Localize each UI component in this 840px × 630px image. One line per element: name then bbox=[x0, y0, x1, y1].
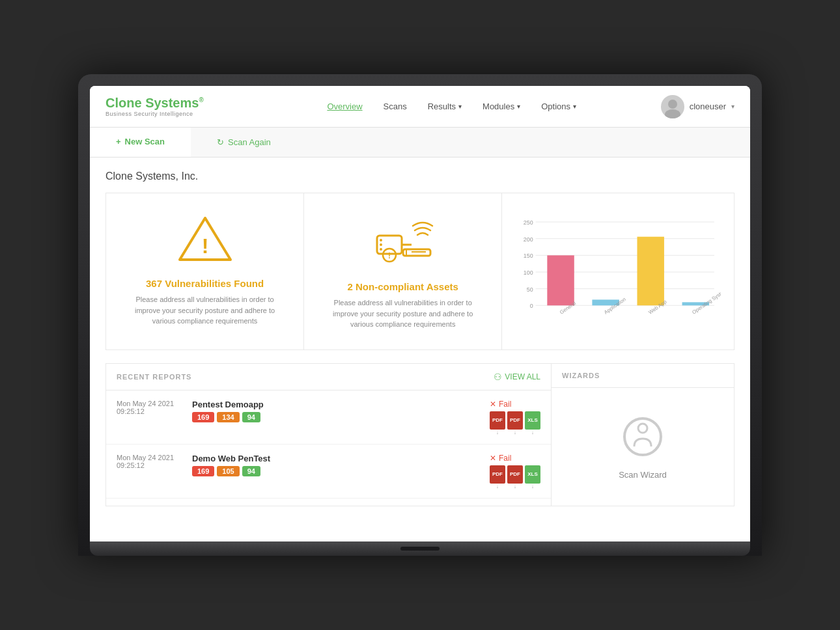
reports-title: RECENT REPORTS bbox=[117, 373, 191, 381]
wizard-icon bbox=[620, 414, 665, 462]
nav-modules[interactable]: Modules ▾ bbox=[483, 102, 520, 111]
badge-orange-2: 105 bbox=[217, 466, 239, 476]
warning-triangle-svg: ! bbox=[176, 213, 234, 265]
svg-text:250: 250 bbox=[524, 219, 533, 226]
badge-red-1: 169 bbox=[192, 412, 214, 422]
svg-point-0 bbox=[668, 100, 677, 109]
laptop-notch bbox=[400, 547, 440, 551]
laptop-base bbox=[90, 541, 750, 556]
svg-text:Operating Systems: Operating Systems bbox=[692, 286, 721, 316]
pdf-icon-1b[interactable]: PDF bbox=[507, 411, 523, 430]
report-badges-2: 169 105 94 bbox=[192, 466, 270, 476]
pdf-icon-1c[interactable]: XLS bbox=[525, 411, 540, 430]
pdf-label-2a: ↓ bbox=[496, 484, 499, 489]
assets-title: 2 Non-compliant Assets bbox=[348, 281, 458, 292]
fail-x-icon-2: ✕ bbox=[490, 454, 496, 463]
vuln-title: 367 Vulnerabilities Found bbox=[146, 278, 264, 289]
svg-point-5 bbox=[380, 239, 382, 241]
badge-red-2: 169 bbox=[192, 466, 214, 476]
wizard-content: Scan Wizard bbox=[552, 388, 734, 506]
pdf-icon-1a[interactable]: PDF bbox=[490, 411, 505, 430]
stats-row: ! 367 Vulnerabilities Found Please addre… bbox=[105, 193, 735, 350]
svg-point-6 bbox=[380, 243, 382, 246]
pdf-label-2c: ↓ bbox=[531, 484, 534, 489]
bar-chart-svg: 250 200 150 100 50 0 bbox=[515, 216, 721, 327]
tabs-bar: + New Scan ↻ Scan Again bbox=[90, 128, 750, 158]
pdf-label-1a: ↓ bbox=[496, 430, 499, 435]
svg-rect-28 bbox=[637, 236, 664, 305]
company-name: Clone Systems, Inc. bbox=[105, 171, 735, 182]
username-label: cloneuser bbox=[690, 102, 726, 111]
wizards-panel: WIZARDS Scan Wizard bbox=[552, 364, 734, 506]
wizards-header: WIZARDS bbox=[552, 364, 734, 388]
badge-green-1: 94 bbox=[242, 412, 260, 422]
svg-point-1 bbox=[665, 109, 680, 118]
report-item-2: Mon May 24 2021 09:25:12 Demo Web PenTes… bbox=[106, 445, 551, 499]
nav-links: Overview Scans Results ▾ Modules ▾ Optio… bbox=[243, 102, 661, 111]
options-chevron: ▾ bbox=[573, 103, 576, 110]
scan-again-tab[interactable]: ↻ Scan Again bbox=[191, 128, 297, 157]
pdf-icon-2b[interactable]: PDF bbox=[507, 465, 523, 484]
assets-panel: ! 2 Non-compliant Assets Please address … bbox=[304, 193, 502, 349]
report-details-1: Pentest Demoapp 169 134 94 bbox=[192, 400, 264, 422]
results-chevron: ▾ bbox=[458, 103, 462, 110]
nav-scans[interactable]: Scans bbox=[384, 102, 407, 111]
svg-text:0: 0 bbox=[530, 303, 533, 309]
pdf-label-1b: ↓ bbox=[514, 430, 516, 435]
svg-point-7 bbox=[380, 248, 382, 251]
svg-text:100: 100 bbox=[524, 269, 533, 276]
pdf-wrapper-2a: PDF ↓ bbox=[490, 465, 505, 489]
chart-panel: 250 200 150 100 50 0 bbox=[502, 193, 734, 349]
scan-wizard-svg bbox=[620, 414, 665, 459]
pdf-icon-2c[interactable]: XLS bbox=[525, 465, 540, 484]
user-menu[interactable]: cloneuser ▾ bbox=[661, 95, 735, 118]
view-all-link[interactable]: ⚇ VIEW ALL bbox=[494, 372, 540, 382]
scan-wizard-label[interactable]: Scan Wizard bbox=[619, 470, 667, 480]
fail-status-1: ✕ Fail bbox=[490, 400, 540, 409]
modules-chevron: ▾ bbox=[517, 103, 520, 110]
pdf-icon-2a[interactable]: PDF bbox=[490, 465, 505, 484]
user-chevron: ▾ bbox=[731, 103, 735, 110]
bottom-row: RECENT REPORTS ⚇ VIEW ALL Mon May 24 202… bbox=[105, 363, 735, 506]
avatar-svg bbox=[661, 95, 684, 118]
navbar: Clone Systems® Business Security Intelli… bbox=[90, 86, 750, 128]
svg-text:150: 150 bbox=[524, 253, 533, 259]
report-badges-1: 169 134 94 bbox=[192, 412, 264, 422]
pdf-wrapper-1a: PDF ↓ bbox=[490, 411, 505, 435]
pdf-icons-2: PDF ↓ PDF ↓ XLS ↓ bbox=[490, 465, 540, 489]
vuln-desc: Please address all vulnerabilities in or… bbox=[127, 294, 283, 327]
main-content: Clone Systems, Inc. ! 367 Vulnerabilitie… bbox=[90, 158, 750, 519]
nav-options[interactable]: Options ▾ bbox=[541, 102, 576, 111]
nav-results[interactable]: Results ▾ bbox=[428, 102, 462, 111]
logo-sup: ® bbox=[199, 96, 203, 103]
pdf-label-2b: ↓ bbox=[514, 484, 516, 489]
vulnerability-icon: ! bbox=[176, 213, 234, 267]
pdf-wrapper-1c: XLS ↓ bbox=[525, 411, 540, 435]
logo-green: Systems bbox=[145, 96, 199, 110]
badge-green-2: 94 bbox=[242, 466, 260, 476]
fail-status-2: ✕ Fail bbox=[490, 454, 540, 463]
svg-text:50: 50 bbox=[527, 286, 533, 292]
report-item: Mon May 24 2021 09:25:12 Pentest Demoapp… bbox=[106, 390, 551, 445]
svg-text:!: ! bbox=[388, 251, 391, 260]
new-scan-plus: + bbox=[116, 137, 121, 146]
logo: Clone Systems® Business Security Intelli… bbox=[105, 96, 204, 117]
pdf-wrapper-2c: XLS ↓ bbox=[525, 465, 540, 489]
assets-icon: ! bbox=[367, 213, 439, 271]
new-scan-tab[interactable]: + New Scan bbox=[90, 128, 191, 157]
nav-overview[interactable]: Overview bbox=[327, 102, 362, 111]
svg-point-35 bbox=[638, 424, 647, 433]
pdf-icons-1: PDF ↓ PDF ↓ XLS ↓ bbox=[490, 411, 540, 435]
avatar bbox=[661, 95, 684, 118]
assets-desc: Please address all vulnerabilities in or… bbox=[325, 297, 481, 330]
badge-orange-1: 134 bbox=[217, 412, 239, 422]
fail-x-icon: ✕ bbox=[490, 400, 496, 409]
pdf-wrapper-1b: PDF ↓ bbox=[507, 411, 523, 435]
report-name-2: Demo Web PenTest bbox=[192, 454, 270, 463]
logo-title: Clone Systems® bbox=[105, 96, 204, 111]
vulnerabilities-panel: ! 367 Vulnerabilities Found Please addre… bbox=[106, 193, 304, 349]
report-details-2: Demo Web PenTest 169 105 94 bbox=[192, 454, 270, 476]
link-icon: ⚇ bbox=[494, 372, 502, 382]
logo-subtitle: Business Security Intelligence bbox=[105, 111, 204, 117]
report-date-1: Mon May 24 2021 09:25:12 bbox=[117, 400, 182, 415]
